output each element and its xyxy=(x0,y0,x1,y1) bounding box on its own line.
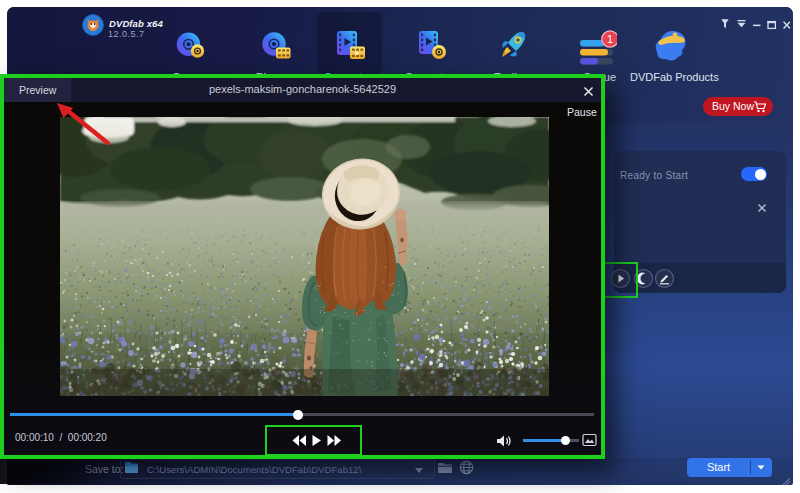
svg-text:1: 1 xyxy=(607,33,613,45)
